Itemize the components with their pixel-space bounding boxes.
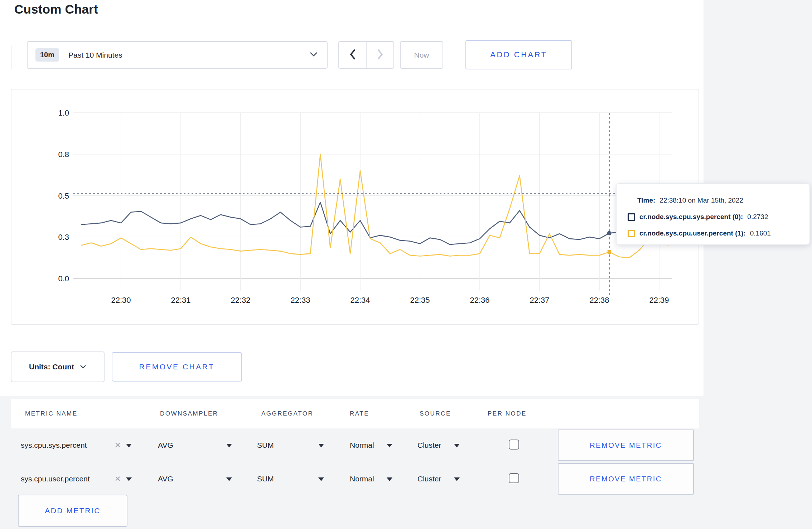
timeseries-chart[interactable]: 0.00.30.50.81.022:3022:3122:3222:3322:34… xyxy=(11,89,699,325)
source-caret-icon[interactable] xyxy=(454,444,460,447)
metric-dropdown-caret-icon[interactable] xyxy=(126,477,132,481)
tooltip-series-label: cr.node.sys.cpu.sys.percent (0): xyxy=(639,213,743,221)
remove-metric-button[interactable]: REMOVE METRIC xyxy=(558,429,694,461)
source-select[interactable]: Cluster xyxy=(417,475,441,483)
controls-left-divider xyxy=(11,46,11,69)
aggregator-select[interactable]: SUM xyxy=(257,441,274,450)
add-chart-button[interactable]: ADD CHART xyxy=(465,40,572,69)
units-label: Units: Count xyxy=(29,363,74,371)
x-axis-label: 22:35 xyxy=(410,296,430,305)
downsampler-caret-icon[interactable] xyxy=(226,477,232,481)
metric-name-value[interactable]: sys.cpu.user.percent xyxy=(21,475,90,483)
tooltip-series-row: cr.node.sys.cpu.user.percent (1): 0.1601 xyxy=(637,225,809,242)
col-header-source: SOURCE xyxy=(420,410,451,417)
chevron-down-icon xyxy=(310,52,318,58)
tooltip-series-label: cr.node.sys.cpu.user.percent (1): xyxy=(639,229,746,237)
x-axis-label: 22:31 xyxy=(171,296,190,305)
x-axis-label: 22:32 xyxy=(231,296,250,305)
y-axis-label: 1.0 xyxy=(58,108,69,117)
tooltip-time-label: Time: xyxy=(637,196,655,204)
clear-metric-icon[interactable]: ✕ xyxy=(115,441,121,450)
per-node-checkbox[interactable] xyxy=(509,473,519,483)
time-range-dropdown[interactable]: 10m Past 10 Minutes xyxy=(27,41,328,69)
previous-interval-button[interactable] xyxy=(339,42,366,68)
aggregator-select[interactable]: SUM xyxy=(257,475,274,483)
rate-caret-icon[interactable] xyxy=(387,444,392,447)
downsampler-caret-icon[interactable] xyxy=(226,444,232,447)
chart-hover-tooltip: Time: 22:38:10 on Mar 15th, 2022 cr.node… xyxy=(616,183,810,245)
aggregator-caret-icon[interactable] xyxy=(318,444,324,447)
sys-series-swatch-icon xyxy=(628,213,635,221)
page-title: Custom Chart xyxy=(14,2,98,16)
metric-dropdown-caret-icon[interactable] xyxy=(126,444,132,447)
col-header-metric-name: METRIC NAME xyxy=(25,410,78,417)
metric-name-value[interactable]: sys.cpu.sys.percent xyxy=(21,441,87,450)
source-caret-icon[interactable] xyxy=(454,477,460,481)
tooltip-time-value: 22:38:10 on Mar 15th, 2022 xyxy=(659,196,743,204)
tooltip-time-row: Time: 22:38:10 on Mar 15th, 2022 xyxy=(637,192,809,209)
y-axis-label: 0.3 xyxy=(58,233,69,242)
aggregator-caret-icon[interactable] xyxy=(318,477,324,481)
rate-caret-icon[interactable] xyxy=(387,477,392,481)
remove-metric-button[interactable]: REMOVE METRIC xyxy=(558,463,694,495)
remove-chart-button[interactable]: REMOVE CHART xyxy=(112,352,242,382)
user-series-marker xyxy=(608,250,611,254)
downsampler-select[interactable]: AVG xyxy=(158,441,173,450)
chevron-left-icon xyxy=(349,49,356,61)
rate-select[interactable]: Normal xyxy=(350,475,374,483)
series-line xyxy=(81,202,669,244)
x-axis-label: 22:39 xyxy=(649,296,669,305)
add-metric-button[interactable]: ADD METRIC xyxy=(18,495,127,527)
x-axis-label: 22:30 xyxy=(111,296,131,305)
x-axis-label: 22:38 xyxy=(589,296,609,305)
chevron-right-icon xyxy=(377,49,384,61)
tooltip-series-value: 0.1601 xyxy=(750,229,771,237)
tooltip-series-row: cr.node.sys.cpu.sys.percent (0): 0.2732 xyxy=(637,209,809,225)
time-step-buttons xyxy=(338,41,394,69)
tooltip-series-value: 0.2732 xyxy=(747,213,768,221)
time-range-label: Past 10 Minutes xyxy=(68,51,122,59)
sys-series-marker xyxy=(607,231,612,236)
downsampler-select[interactable]: AVG xyxy=(158,475,173,483)
col-header-rate: RATE xyxy=(350,410,369,417)
col-header-downsampler: DOWNSAMPLER xyxy=(160,410,218,417)
y-axis-label: 0.5 xyxy=(58,191,69,200)
chevron-down-icon xyxy=(80,365,86,369)
x-axis-label: 22:33 xyxy=(290,296,310,305)
x-axis-label: 22:37 xyxy=(530,296,549,305)
rate-select[interactable]: Normal xyxy=(350,441,374,450)
col-header-per-node: PER NODE xyxy=(488,410,527,417)
user-series-swatch-icon xyxy=(628,230,635,237)
series-line xyxy=(81,154,669,258)
per-node-checkbox[interactable] xyxy=(509,440,519,450)
y-axis-label: 0.0 xyxy=(58,274,69,283)
time-range-badge: 10m xyxy=(35,48,59,62)
y-axis-label: 0.8 xyxy=(58,150,69,159)
source-select[interactable]: Cluster xyxy=(417,441,441,450)
col-header-aggregator: AGGREGATOR xyxy=(261,410,313,417)
x-axis-label: 22:34 xyxy=(350,296,370,305)
x-axis-label: 22:36 xyxy=(470,296,489,305)
next-interval-button[interactable] xyxy=(367,42,393,68)
now-button[interactable]: Now xyxy=(400,41,443,69)
units-dropdown[interactable]: Units: Count xyxy=(11,351,105,382)
clear-metric-icon[interactable]: ✕ xyxy=(115,475,121,483)
